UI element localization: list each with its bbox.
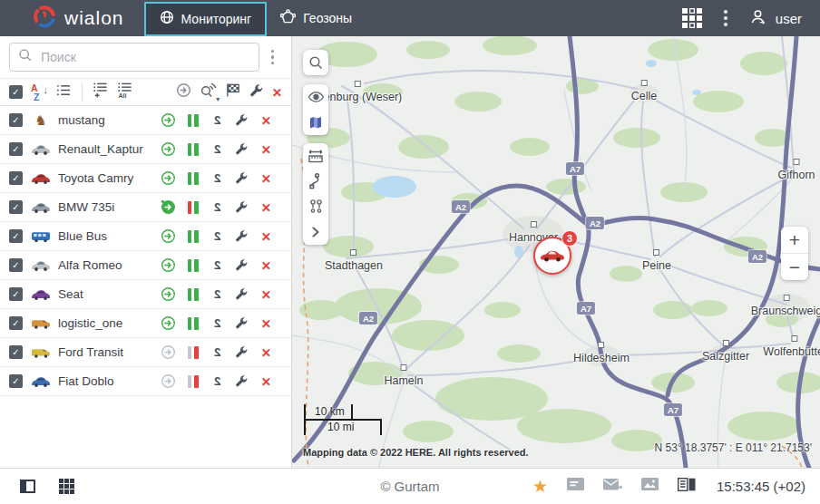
main-tabs: Мониторинг Геозоны xyxy=(144,0,366,36)
unit-row[interactable]: ✓ ♞ xyxy=(0,164,291,193)
unit-checkbox[interactable]: ✓ xyxy=(9,142,23,156)
add-to-list-icon[interactable] xyxy=(93,82,109,102)
search-input[interactable] xyxy=(39,49,250,65)
unit-checkbox[interactable]: ✓ xyxy=(9,171,23,185)
motion-state-icon[interactable] xyxy=(159,315,178,331)
unit-row[interactable]: ✓ ♞ xyxy=(0,309,291,338)
properties-wrench-icon[interactable] xyxy=(232,200,251,214)
motion-state-icon[interactable] xyxy=(176,82,191,102)
tab-geofences[interactable]: Геозоны xyxy=(267,0,366,36)
unit-row[interactable]: ✓ ♞ xyxy=(0,338,291,367)
search-box[interactable] xyxy=(9,43,259,72)
unit-checkbox[interactable]: ✓ xyxy=(9,113,23,127)
routes-button[interactable] xyxy=(303,169,328,194)
remove-x-icon[interactable]: ✕ xyxy=(257,229,276,244)
motion-state-icon[interactable] xyxy=(159,344,178,360)
remove-x-icon[interactable]: ✕ xyxy=(257,142,276,157)
zoom-out-button[interactable]: − xyxy=(781,253,808,280)
show-all-icon[interactable]: All xyxy=(117,82,133,102)
satellite-state-icon[interactable]: ▼ xyxy=(200,82,217,102)
road-shield: A7 xyxy=(566,162,584,175)
motion-state-icon[interactable] xyxy=(159,286,178,302)
unit-checkbox[interactable]: ✓ xyxy=(9,316,23,330)
remove-x-icon[interactable]: ✕ xyxy=(257,113,276,128)
wialon-logo: wialon xyxy=(33,5,124,32)
unit-checkbox[interactable]: ✓ xyxy=(9,229,23,243)
events-flag-icon[interactable] xyxy=(225,82,241,102)
unit-type-icon: ♞ xyxy=(30,201,52,214)
properties-wrench-icon[interactable] xyxy=(249,83,264,102)
tab-monitoring[interactable]: Мониторинг xyxy=(144,2,268,36)
sort-az-icon[interactable]: A↓Z xyxy=(31,84,48,101)
unit-row[interactable]: ✓ ♞ xyxy=(0,222,291,251)
clock: 15:53:45 (+02) xyxy=(717,479,805,494)
mail-icon[interactable] xyxy=(603,478,622,495)
motion-state-icon[interactable] xyxy=(159,373,178,389)
unit-type-icon: ♞ xyxy=(30,230,52,243)
properties-wrench-icon[interactable] xyxy=(232,316,251,330)
user-menu[interactable]: user xyxy=(749,8,802,28)
apps-grid-icon[interactable] xyxy=(682,8,702,28)
properties-wrench-icon[interactable] xyxy=(232,287,251,301)
remove-x-icon[interactable]: ✕ xyxy=(257,345,276,360)
favorites-star-icon[interactable]: ★ xyxy=(532,478,548,495)
road-shield: A2 xyxy=(452,200,470,213)
unit-checkbox[interactable]: ✓ xyxy=(9,345,23,359)
panel-toggle-icon[interactable] xyxy=(20,480,35,493)
map-search-button[interactable] xyxy=(303,50,328,75)
remove-x-icon[interactable]: ✕ xyxy=(257,374,276,389)
properties-wrench-icon[interactable] xyxy=(232,229,251,243)
unit-checkbox[interactable]: ✓ xyxy=(9,287,23,301)
list-icon[interactable] xyxy=(56,83,72,101)
track-points-button[interactable] xyxy=(303,194,328,219)
remove-x-icon[interactable]: ✕ xyxy=(257,316,276,331)
gallery-icon[interactable] xyxy=(641,478,659,495)
panel-menu-icon[interactable] xyxy=(271,50,275,65)
remove-x-icon[interactable]: ✕ xyxy=(257,287,276,302)
user-label: user xyxy=(776,11,802,26)
motion-state-icon[interactable] xyxy=(159,199,178,215)
map[interactable]: Nienburg (Weser)CelleGifhornHannoverStad… xyxy=(292,36,820,468)
zoom-in-button[interactable]: + xyxy=(781,227,808,253)
kebab-menu-icon[interactable] xyxy=(724,10,727,26)
properties-wrench-icon[interactable] xyxy=(232,374,251,388)
visibility-eye-button[interactable] xyxy=(303,84,328,110)
unit-row[interactable]: ✓ ♞ xyxy=(0,280,291,309)
motion-state-icon[interactable] xyxy=(159,170,178,186)
data-accuracy-icon: 2 xyxy=(208,287,227,301)
remove-x-icon[interactable]: ✕ xyxy=(257,171,276,186)
motion-state-icon[interactable] xyxy=(159,228,178,244)
unit-checkbox[interactable]: ✓ xyxy=(9,258,23,272)
remove-x-icon[interactable]: ✕ xyxy=(257,200,276,215)
data-accuracy-icon: 2 xyxy=(208,142,227,156)
unit-marker[interactable]: 3 xyxy=(533,237,571,275)
properties-wrench-icon[interactable] xyxy=(232,345,251,359)
ruler-button[interactable] xyxy=(303,143,328,169)
unit-row[interactable]: ✓ ♞ xyxy=(0,251,291,280)
log-icon[interactable] xyxy=(678,478,696,495)
motion-state-icon[interactable] xyxy=(159,141,178,157)
apps-grid-icon[interactable] xyxy=(59,479,74,494)
select-all-checkbox[interactable]: ✓ xyxy=(9,85,23,99)
data-accuracy-icon: 2 xyxy=(208,229,227,243)
motion-state-icon[interactable] xyxy=(159,257,178,273)
properties-wrench-icon[interactable] xyxy=(232,258,251,272)
notes-icon[interactable] xyxy=(567,478,584,495)
unit-row[interactable]: ✓ ♞ xyxy=(0,106,291,135)
map-layers-button[interactable] xyxy=(303,110,328,135)
unit-type-icon: ♞ xyxy=(30,259,52,272)
unit-type-icon: ♞ xyxy=(30,114,52,127)
unit-row[interactable]: ✓ ♞ xyxy=(0,135,291,164)
data-accuracy-icon: 2 xyxy=(208,258,227,272)
expand-chevron-button[interactable] xyxy=(303,219,328,245)
motion-state-icon[interactable] xyxy=(159,112,178,128)
remove-x-icon[interactable]: ✕ xyxy=(272,85,282,100)
properties-wrench-icon[interactable] xyxy=(232,142,251,156)
remove-x-icon[interactable]: ✕ xyxy=(257,258,276,273)
unit-checkbox[interactable]: ✓ xyxy=(9,374,23,388)
unit-checkbox[interactable]: ✓ xyxy=(9,200,23,214)
properties-wrench-icon[interactable] xyxy=(232,113,251,127)
unit-row[interactable]: ✓ ♞ xyxy=(0,367,291,396)
properties-wrench-icon[interactable] xyxy=(232,171,251,185)
unit-row[interactable]: ✓ ♞ xyxy=(0,193,291,222)
